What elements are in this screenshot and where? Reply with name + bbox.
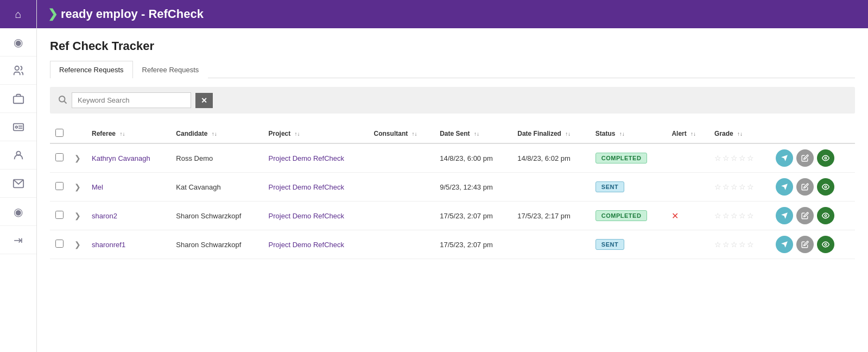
star-5[interactable]: ☆: [747, 183, 754, 191]
cell-grade-3: ☆☆☆☆☆: [709, 230, 770, 259]
search-clear-button[interactable]: ✕: [195, 93, 213, 108]
view-button-3[interactable]: [817, 236, 834, 253]
view-button-2[interactable]: [817, 207, 834, 224]
row-checkbox-3[interactable]: [55, 240, 64, 248]
edit-button-2[interactable]: [796, 207, 814, 224]
star-3[interactable]: ☆: [731, 240, 738, 249]
row-checkbox-0[interactable]: [55, 153, 64, 161]
expand-button-0[interactable]: ❯: [74, 154, 81, 162]
star-2[interactable]: ☆: [723, 211, 730, 220]
data-table: Referee ↑↓ Candidate ↑↓ Project ↑↓ Con: [50, 124, 855, 259]
cell-date-sent-2: 17/5/23, 2:07 pm: [434, 202, 512, 230]
sidebar-item-briefcase[interactable]: [0, 85, 36, 113]
expand-button-3[interactable]: ❯: [74, 240, 81, 249]
table-row: ❯ Mel Kat Cavanagh Project Demo RefCheck…: [50, 173, 855, 202]
star-3[interactable]: ☆: [731, 211, 738, 220]
send-button-2[interactable]: [776, 207, 793, 224]
col-project[interactable]: Project ↑↓: [263, 124, 369, 143]
cell-referee-3: sharonref1: [86, 230, 170, 259]
sidebar-item-people[interactable]: [0, 56, 36, 85]
main-area: ❯ ready employ - RefCheck Ref Check Trac…: [37, 0, 868, 352]
col-date-sent[interactable]: Date Sent ↑↓: [434, 124, 512, 143]
star-4[interactable]: ☆: [739, 240, 746, 249]
cell-grade-1: ☆☆☆☆☆: [709, 173, 770, 202]
edit-button-0[interactable]: [796, 149, 814, 167]
star-2[interactable]: ☆: [723, 154, 730, 162]
sidebar-item-person[interactable]: [0, 141, 36, 169]
star-1[interactable]: ☆: [714, 183, 721, 191]
search-input[interactable]: [72, 92, 191, 108]
send-button-3[interactable]: [776, 236, 793, 253]
expand-col-header: [69, 124, 86, 143]
col-status[interactable]: Status ↑↓: [590, 124, 667, 143]
row-checkbox-2[interactable]: [55, 211, 64, 219]
tab-referee-requests[interactable]: Referee Requests: [133, 61, 208, 78]
star-4[interactable]: ☆: [739, 154, 746, 162]
send-button-1[interactable]: [776, 178, 793, 196]
col-consultant[interactable]: Consultant ↑↓: [369, 124, 435, 143]
cell-actions-2: [770, 202, 855, 230]
select-all-checkbox[interactable]: [55, 129, 64, 137]
action-buttons-2: [776, 207, 850, 224]
view-button-0[interactable]: [817, 149, 834, 167]
cell-project-2: Project Demo RefCheck: [263, 202, 369, 230]
sidebar: ⌂ ◉ ◉ ⇥: [0, 0, 37, 352]
status-badge-3: SENT: [595, 239, 624, 250]
table-row: ❯ sharon2 Sharon Schwarzkopf Project Dem…: [50, 202, 855, 230]
col-alert[interactable]: Alert ↑↓: [666, 124, 709, 143]
sidebar-item-idcard[interactable]: [0, 113, 36, 141]
star-1[interactable]: ☆: [714, 240, 721, 249]
expand-button-2[interactable]: ❯: [74, 211, 81, 220]
sidebar-item-export[interactable]: ⇥: [0, 226, 36, 254]
cell-actions-3: [770, 230, 855, 259]
tab-reference-requests[interactable]: Reference Requests: [50, 61, 133, 78]
edit-button-3[interactable]: [796, 236, 814, 253]
sort-date-sent-icon: ↑↓: [474, 131, 479, 137]
home-icon[interactable]: ⌂: [15, 8, 21, 21]
action-buttons-3: [776, 236, 850, 253]
edit-button-1[interactable]: [796, 178, 814, 196]
view-button-1[interactable]: [817, 178, 834, 196]
cell-alert-0: [666, 143, 709, 173]
sidebar-item-eye[interactable]: ◉: [0, 28, 36, 56]
col-grade[interactable]: Grade ↑↓: [709, 124, 770, 143]
star-1[interactable]: ☆: [714, 211, 721, 220]
cell-project-3: Project Demo RefCheck: [263, 230, 369, 259]
star-5[interactable]: ☆: [747, 154, 754, 162]
cell-candidate-1: Kat Cavanagh: [170, 173, 263, 202]
expand-cell-0: ❯: [69, 143, 86, 173]
row-checkbox-1[interactable]: [55, 182, 64, 190]
expand-button-1[interactable]: ❯: [74, 183, 81, 191]
sort-grade-icon: ↑↓: [737, 131, 743, 137]
cell-date-finalized-3: [512, 230, 590, 259]
row-checkbox-cell-2: [50, 202, 69, 230]
col-candidate[interactable]: Candidate ↑↓: [170, 124, 263, 143]
star-3[interactable]: ☆: [731, 183, 738, 191]
star-2[interactable]: ☆: [723, 240, 730, 249]
cell-candidate-2: Sharon Schwarzkopf: [170, 202, 263, 230]
col-date-finalized[interactable]: Date Finalized ↑↓: [512, 124, 590, 143]
app-logo: ❯ ready employ - RefCheck: [48, 7, 204, 21]
send-button-0[interactable]: [776, 149, 793, 167]
svg-rect-1: [13, 96, 23, 103]
col-actions: [770, 124, 855, 143]
table-row: ❯ Kathryn Cavanagh Ross Demo Project Dem…: [50, 143, 855, 173]
star-4[interactable]: ☆: [739, 183, 746, 191]
app-title: ready employ - RefCheck: [61, 7, 204, 21]
cell-date-finalized-1: [512, 173, 590, 202]
search-bar: ✕: [50, 87, 855, 114]
star-2[interactable]: ☆: [723, 183, 730, 191]
sidebar-item-eye2[interactable]: ◉: [0, 198, 36, 226]
sort-date-finalized-icon: ↑↓: [565, 131, 571, 137]
cell-candidate-0: Ross Demo: [170, 143, 263, 173]
sidebar-item-mail[interactable]: [0, 169, 36, 198]
star-1[interactable]: ☆: [714, 154, 721, 162]
star-4[interactable]: ☆: [739, 211, 746, 220]
star-5[interactable]: ☆: [747, 240, 754, 249]
cell-alert-1: [666, 173, 709, 202]
col-referee[interactable]: Referee ↑↓: [86, 124, 170, 143]
star-3[interactable]: ☆: [731, 154, 738, 162]
status-badge-0: COMPLETED: [595, 153, 648, 164]
star-5[interactable]: ☆: [747, 211, 754, 220]
search-icon: [58, 95, 67, 106]
